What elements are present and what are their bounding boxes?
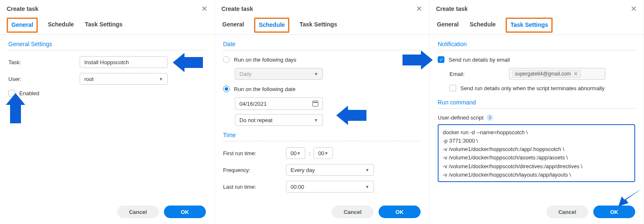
repeat-value: Do not repeat [239, 117, 273, 123]
dialog-footer: Cancel OK [429, 200, 644, 224]
dialog-footer: Cancel OK [0, 200, 214, 224]
chevron-down-icon: ▼ [324, 151, 328, 156]
last-run-select[interactable]: 00:00 ▼ [286, 181, 374, 193]
dialog-general: Create task ✕ General Schedule Task Sett… [0, 0, 215, 224]
tab-schedule[interactable]: Schedule [469, 17, 496, 34]
user-label: User: [8, 76, 80, 82]
repeat-select[interactable]: Do not repeat ▼ [235, 114, 323, 126]
chevron-down-icon: ▼ [296, 151, 301, 156]
frequency-value: Every day [291, 167, 315, 173]
info-icon[interactable]: i [487, 115, 493, 121]
dialog-schedule: Create task ✕ General Schedule Task Sett… [215, 0, 429, 224]
remove-tag-icon[interactable]: ✕ [574, 71, 578, 77]
enabled-checkbox[interactable] [8, 90, 15, 96]
run-days-radio[interactable] [223, 56, 230, 63]
last-run-value: 00:00 [291, 184, 304, 190]
content-task-settings: Notification ✓ Send run details by email… [429, 35, 644, 200]
section-time: Time [223, 132, 421, 141]
chevron-down-icon: ▼ [365, 185, 369, 189]
abnormal-only-checkbox[interactable] [449, 85, 456, 91]
section-general-settings: General Settings [8, 41, 206, 50]
dialog-header: Create task ✕ [0, 0, 214, 17]
enabled-label: Enabled [19, 90, 39, 96]
run-date-label: Run on the following date [234, 86, 296, 92]
days-select: Daily ▼ [235, 68, 323, 80]
last-run-label: Last run time: [223, 184, 286, 190]
section-date: Date [223, 41, 421, 50]
dialog-header: Create task ✕ [429, 0, 644, 17]
ok-button[interactable]: OK [379, 206, 421, 218]
tab-task-settings[interactable]: Task Settings [84, 17, 123, 34]
content-schedule: Date Run on the following days Daily ▼ R… [215, 35, 429, 200]
days-select-value: Daily [239, 71, 252, 77]
script-label: User-defined script [438, 115, 483, 121]
dialog-title: Create task [221, 5, 253, 12]
chevron-down-icon: ▼ [314, 72, 318, 76]
user-select-value: root [84, 76, 93, 82]
tab-task-settings[interactable]: Task Settings [506, 18, 553, 33]
cancel-button[interactable]: Cancel [117, 206, 159, 218]
tab-bar: General Schedule Task Settings [429, 17, 644, 35]
frequency-select[interactable]: Every day ▼ [286, 164, 374, 176]
tab-general[interactable]: General [436, 17, 460, 34]
email-tag: supergate84@gmail.com ✕ [512, 70, 581, 78]
chevron-down-icon: ▼ [314, 118, 318, 122]
tab-general[interactable]: General [7, 18, 38, 33]
dialog-task-settings: Create task ✕ General Schedule Task Sett… [429, 0, 644, 224]
tab-bar: General Schedule Task Settings [215, 17, 429, 35]
calendar-icon [312, 101, 318, 107]
first-hour-select[interactable]: 00 ▼ [286, 147, 305, 159]
tab-bar: General Schedule Task Settings [0, 17, 214, 35]
email-tag-value: supergate84@gmail.com [515, 71, 571, 77]
send-email-label: Send run details by email [449, 57, 510, 63]
frequency-label: Frequency: [223, 167, 286, 173]
run-days-label: Run on the following days [234, 57, 296, 63]
ok-button[interactable]: OK [593, 206, 635, 218]
chevron-down-icon: ▼ [159, 77, 163, 81]
section-notification: Notification [438, 41, 635, 50]
close-icon[interactable]: ✕ [201, 4, 208, 13]
dialog-title: Create task [7, 5, 39, 12]
chevron-down-icon: ▼ [365, 168, 369, 172]
ok-button[interactable]: OK [164, 206, 206, 218]
dialog-footer: Cancel OK [215, 200, 429, 224]
section-run-command: Run command [438, 99, 635, 109]
close-icon[interactable]: ✕ [416, 4, 422, 13]
tab-task-settings[interactable]: Task Settings [299, 17, 338, 34]
email-input[interactable]: supergate84@gmail.com ✕ [509, 68, 605, 80]
script-textarea[interactable]: docker run -d --name=hoppscotch \ -p 377… [438, 124, 635, 182]
tab-schedule[interactable]: Schedule [47, 17, 75, 34]
close-icon[interactable]: ✕ [631, 4, 637, 13]
send-email-checkbox[interactable]: ✓ [438, 56, 444, 63]
tab-general[interactable]: General [221, 17, 245, 34]
user-select[interactable]: root ▼ [80, 73, 168, 85]
cancel-button[interactable]: Cancel [546, 206, 588, 218]
dialog-title: Create task [436, 5, 468, 12]
first-run-label: First run time: [223, 150, 286, 156]
first-min-value: 00 [318, 150, 324, 156]
time-colon: : [309, 150, 310, 156]
abnormal-only-label: Send run details only when the script te… [460, 85, 605, 91]
first-min-select[interactable]: 00 ▼ [314, 147, 333, 159]
task-label: Task: [8, 59, 80, 65]
run-date-radio[interactable] [223, 86, 230, 92]
email-label: Email: [438, 71, 509, 77]
tab-schedule[interactable]: Schedule [254, 18, 289, 33]
date-input[interactable]: 04/16/2021 [235, 97, 323, 110]
task-name-input[interactable] [80, 56, 168, 68]
date-value: 04/16/2021 [239, 101, 267, 107]
content-general: General Settings Task: User: root ▼ Enab… [0, 35, 214, 200]
cancel-button[interactable]: Cancel [332, 206, 374, 218]
dialog-header: Create task ✕ [215, 0, 429, 17]
first-hour-value: 00 [291, 150, 296, 156]
